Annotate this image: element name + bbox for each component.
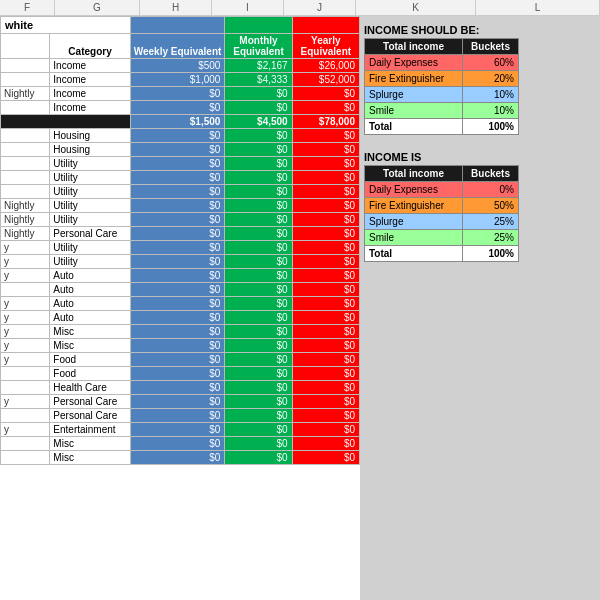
header-yearly: YearlyEquivalent [292,34,359,59]
cell-category: Auto [50,269,130,283]
cell-monthly: $0 [225,339,292,353]
spreadsheet: F G H I J K L white Category [0,0,600,600]
table-row: Misc $0 $0 $0 [1,437,360,451]
cell-yearly: $0 [292,87,359,101]
cell-category: Personal Care [50,395,130,409]
cell-weekly: $0 [130,297,225,311]
col-f: F [0,0,55,15]
col-g: G [55,0,140,15]
cell-period [1,451,50,465]
table-row: y Auto $0 $0 $0 [1,297,360,311]
bucket-pct: 100% [463,119,519,135]
should-be-row: Smile 10% [365,103,519,119]
cell-monthly: $2,167 [225,59,292,73]
cell-yearly: $0 [292,269,359,283]
cell-weekly: $500 [130,59,225,73]
is-bucket-label: Daily Expenses [365,182,463,198]
cell-weekly: $1,000 [130,73,225,87]
cell-monthly: $0 [225,423,292,437]
cell-yearly: $0 [292,157,359,171]
table-row: y Auto $0 $0 $0 [1,269,360,283]
cell-weekly: $0 [130,283,225,297]
table-row: y Misc $0 $0 $0 [1,339,360,353]
is-row: Splurge 25% [365,214,519,230]
income-should-be-section: INCOME SHOULD BE: Total income Buckets D… [364,24,596,135]
table-row: Housing $0 $0 $0 [1,129,360,143]
is-bucket-label: Total [365,246,463,262]
is-bucket-label: Splurge [365,214,463,230]
cell-category: Utility [50,255,130,269]
table-row: Health Care $0 $0 $0 [1,381,360,395]
cell-category: Health Care [50,381,130,395]
table-row: Nightly Utility $0 $0 $0 [1,213,360,227]
total-yearly: $78,000 [292,115,359,129]
is-col1-header: Total income [365,166,463,182]
income-should-table: Total income Buckets Daily Expenses 60% … [364,38,519,135]
cell-category: Income [50,87,130,101]
cell-category: Housing [50,129,130,143]
bucket-pct: 10% [463,87,519,103]
table-row: Personal Care $0 $0 $0 [1,409,360,423]
table-row: y Food $0 $0 $0 [1,353,360,367]
cell-yearly: $0 [292,227,359,241]
table-row: Misc $0 $0 $0 [1,451,360,465]
spreadsheet-title: white [1,17,131,34]
cell-period [1,171,50,185]
should-be-body: Daily Expenses 60% Fire Extinguisher 20%… [365,55,519,135]
cell-category: Misc [50,325,130,339]
cell-period: y [1,395,50,409]
cell-yearly: $0 [292,451,359,465]
bucket-pct: 20% [463,71,519,87]
cell-category: Income [50,101,130,115]
budget-body: Income $500 $2,167 $26,000 Income $1,000… [1,59,360,465]
cell-weekly: $0 [130,185,225,199]
bucket-label: Total [365,119,463,135]
col-i: I [212,0,284,15]
cell-category: Auto [50,283,130,297]
cell-monthly: $0 [225,311,292,325]
table-row: y Personal Care $0 $0 $0 [1,395,360,409]
total-label [1,115,131,129]
table-row: y Entertainment $0 $0 $0 [1,423,360,437]
cell-weekly: $0 [130,87,225,101]
header-weekly: Weekly Equivalent [130,34,225,59]
is-bucket-pct: 100% [463,246,519,262]
cell-yearly: $0 [292,395,359,409]
cell-yearly: $0 [292,283,359,297]
cell-weekly: $0 [130,227,225,241]
cell-weekly: $0 [130,129,225,143]
is-bucket-pct: 50% [463,198,519,214]
table-row: y Auto $0 $0 $0 [1,311,360,325]
table-row: Auto $0 $0 $0 [1,283,360,297]
should-be-row: Splurge 10% [365,87,519,103]
cell-category: Auto [50,311,130,325]
cell-yearly: $0 [292,311,359,325]
col-l: L [476,0,600,15]
cell-category: Misc [50,437,130,451]
cell-monthly: $0 [225,451,292,465]
cell-category: Utility [50,241,130,255]
cell-monthly: $0 [225,381,292,395]
col-j: J [284,0,356,15]
cell-yearly: $52,000 [292,73,359,87]
cell-monthly: $0 [225,409,292,423]
cell-yearly: $0 [292,325,359,339]
cell-period [1,157,50,171]
cell-category: Misc [50,451,130,465]
bucket-label: Fire Extinguisher [365,71,463,87]
income-is-title: INCOME IS [364,151,596,163]
is-row: Daily Expenses 0% [365,182,519,198]
cell-category: Utility [50,213,130,227]
cell-yearly: $0 [292,339,359,353]
table-row: Nightly Income $0 $0 $0 [1,87,360,101]
cell-monthly: $0 [225,171,292,185]
cell-monthly: $0 [225,213,292,227]
cell-yearly: $0 [292,353,359,367]
cell-monthly: $0 [225,241,292,255]
cell-period [1,73,50,87]
income-is-section: INCOME IS Total income Buckets Daily Exp… [364,151,596,262]
is-bucket-label: Smile [365,230,463,246]
cell-period [1,59,50,73]
cell-yearly: $0 [292,255,359,269]
is-col2-header: Buckets [463,166,519,182]
